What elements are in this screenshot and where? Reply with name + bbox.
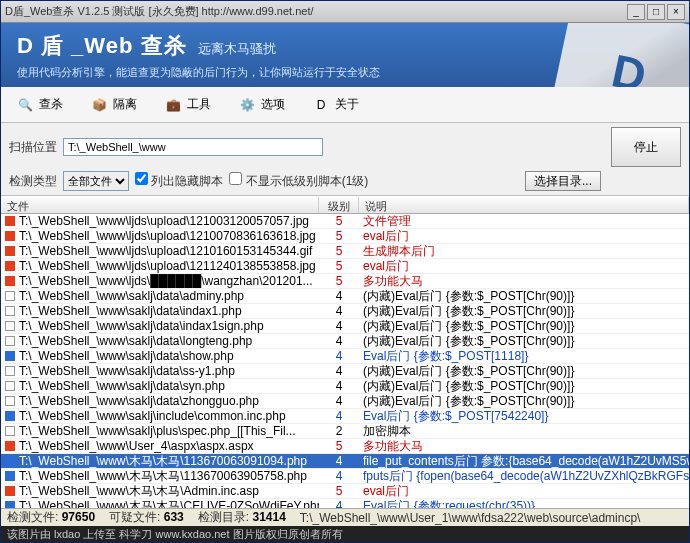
file-path: T:\_WebShell_\www\ljds\upload\1210031200… [19, 214, 309, 228]
table-row[interactable]: T:\_WebShell_\www\木马\木马\CELIVE-0ZSoWdjFe… [1, 499, 689, 508]
footer-credit: 该图片由 lxdao 上传至 科学刀 www.kxdao.net 图片版权归原创… [1, 526, 689, 542]
path-input[interactable] [63, 138, 323, 156]
severity-icon [5, 291, 15, 301]
tab-icon: 💼 [163, 95, 183, 115]
tab-1[interactable]: 📦隔离 [81, 91, 145, 119]
filter-panel: 扫描位置 停止 检测类型 全部文件 列出隐藏脚本 不显示低级别脚本(1级) 选择… [1, 123, 689, 196]
file-path: T:\_WebShell_\www\saklj\data\indax1.php [19, 304, 242, 318]
chk-lowlevel-box[interactable] [229, 172, 242, 185]
tab-3[interactable]: ⚙️选项 [229, 91, 293, 119]
chk-lowlevel[interactable]: 不显示低级别脚本(1级) [229, 172, 368, 190]
chk-hidden-box[interactable] [135, 172, 148, 185]
level-cell: 2 [319, 424, 359, 438]
file-path: T:\_WebShell_\www\User_4\aspx\aspx.aspx [19, 439, 254, 453]
severity-icon [5, 411, 15, 421]
path-label: 扫描位置 [9, 139, 57, 156]
level-cell: 4 [319, 394, 359, 408]
file-path: T:\_WebShell_\www\ljds\upload\1211240138… [19, 259, 316, 273]
level-cell: 4 [319, 304, 359, 318]
level-cell: 4 [319, 379, 359, 393]
col-file[interactable]: 文件 [1, 197, 319, 213]
severity-icon [5, 246, 15, 256]
severity-icon [5, 351, 15, 361]
tab-2[interactable]: 💼工具 [155, 91, 219, 119]
severity-icon [5, 231, 15, 241]
stop-button[interactable]: 停止 [611, 127, 681, 167]
severity-icon [5, 321, 15, 331]
tab-label: 工具 [187, 96, 211, 113]
file-path: T:\_WebShell_\www\木马\木马\CELIVE-0ZSoWdjFe… [19, 498, 319, 509]
banner: D 盾 _Web 查杀 远离木马骚扰 使用代码分析引擎，能追查更为隐蔽的后门行为… [1, 23, 689, 87]
status-dirs: 31414 [252, 510, 285, 524]
tab-icon: 🔍 [15, 95, 35, 115]
file-path: T:\_WebShell_\www\saklj\plus\spec.php_[[… [19, 424, 296, 438]
severity-icon [5, 381, 15, 391]
tab-label: 关于 [335, 96, 359, 113]
level-cell: 5 [319, 484, 359, 498]
tab-label: 选项 [261, 96, 285, 113]
file-path: T:\_WebShell_\www\ljds\upload\1210070836… [19, 229, 316, 243]
minimize-button[interactable]: _ [627, 4, 645, 20]
app-subtitle: 远离木马骚扰 [198, 41, 276, 56]
type-select[interactable]: 全部文件 [63, 171, 129, 191]
table-header: 文件 级别 说明 [1, 196, 689, 214]
file-path: T:\_WebShell_\www\saklj\data\indax1sign.… [19, 319, 264, 333]
level-cell: 5 [319, 439, 359, 453]
level-cell: 4 [319, 469, 359, 483]
chk-hidden[interactable]: 列出隐藏脚本 [135, 172, 223, 190]
level-cell: 4 [319, 364, 359, 378]
file-path: T:\_WebShell_\www\ljds\██████\wangzhan\2… [19, 274, 313, 288]
tab-0[interactable]: 🔍查杀 [7, 91, 71, 119]
tab-icon: D [311, 95, 331, 115]
file-path: T:\_WebShell_\www\ljds\upload\1210160153… [19, 244, 312, 258]
severity-icon [5, 456, 15, 466]
close-button[interactable]: × [667, 4, 685, 20]
severity-icon [5, 501, 15, 508]
col-level[interactable]: 级别 [319, 197, 359, 213]
tab-icon: ⚙️ [237, 95, 257, 115]
status-suspicious: 633 [164, 510, 184, 524]
maximize-button[interactable]: □ [647, 4, 665, 20]
severity-icon [5, 276, 15, 286]
logo-icon: D [548, 23, 689, 87]
level-cell: 4 [319, 454, 359, 468]
severity-icon [5, 486, 15, 496]
browse-button[interactable]: 选择目录... [525, 171, 601, 191]
level-cell: 5 [319, 214, 359, 228]
tab-label: 隔离 [113, 96, 137, 113]
status-path: T:\_WebShell_\www\User_1\www\fdsa222\web… [300, 511, 683, 525]
level-cell: 4 [319, 349, 359, 363]
severity-icon [5, 396, 15, 406]
file-path: T:\_WebShell_\www\saklj\data\longteng.ph… [19, 334, 252, 348]
file-path: T:\_WebShell_\www\saklj\include\common.i… [19, 409, 286, 423]
status-files: 97650 [62, 510, 95, 524]
col-desc[interactable]: 说明 [359, 197, 689, 213]
app-window: D盾_Web查杀 V1.2.5 测试版 [永久免费] http://www.d9… [0, 0, 690, 543]
tab-label: 查杀 [39, 96, 63, 113]
toolbar-tabs: 🔍查杀📦隔离💼工具⚙️选项D关于 [1, 87, 689, 123]
status-bar: 检测文件: 97650 可疑文件: 633 检测目录: 31414 T:\_We… [1, 508, 689, 526]
level-cell: 5 [319, 244, 359, 258]
severity-icon [5, 336, 15, 346]
app-title: D 盾 _Web 查杀 [17, 33, 187, 58]
severity-icon [5, 261, 15, 271]
file-path: T:\_WebShell_\www\saklj\data\ss-y1.php [19, 364, 235, 378]
titlebar: D盾_Web查杀 V1.2.5 测试版 [永久免费] http://www.d9… [1, 1, 689, 23]
file-path: T:\_WebShell_\www\saklj\data\show.php [19, 349, 234, 363]
desc-cell: Eval后门 {参数:request(chr(35))} [359, 498, 689, 509]
window-title: D盾_Web查杀 V1.2.5 测试版 [永久免费] http://www.d9… [5, 4, 627, 19]
level-cell: 4 [319, 409, 359, 423]
level-cell: 4 [319, 334, 359, 348]
severity-icon [5, 426, 15, 436]
file-path: T:\_WebShell_\www\saklj\data\adminy.php [19, 289, 244, 303]
level-cell: 5 [319, 274, 359, 288]
result-list[interactable]: T:\_WebShell_\www\ljds\upload\1210031200… [1, 214, 689, 508]
level-cell: 4 [319, 289, 359, 303]
tab-icon: 📦 [89, 95, 109, 115]
file-path: T:\_WebShell_\www\saklj\data\syn.php [19, 379, 225, 393]
severity-icon [5, 471, 15, 481]
severity-icon [5, 216, 15, 226]
level-cell: 5 [319, 229, 359, 243]
type-label: 检测类型 [9, 173, 57, 190]
tab-4[interactable]: D关于 [303, 91, 367, 119]
